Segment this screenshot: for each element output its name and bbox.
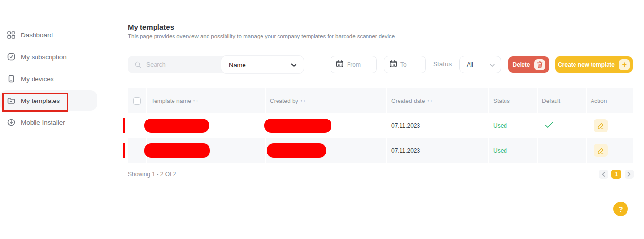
chevron-down-icon <box>291 60 297 69</box>
delete-button[interactable]: Delete <box>508 56 549 73</box>
created-date-value: 07.11.2023 <box>391 147 420 154</box>
redaction-sliver-row2 <box>123 143 125 158</box>
templates-table: Template name ↑↓ Created by ↑↓ Created d… <box>128 88 633 163</box>
redaction-block-template-name-row2 <box>144 143 210 158</box>
sidebar-item-mobile-installer[interactable]: Mobile Installer <box>0 112 110 133</box>
filter-bar: Name From To Status All <box>128 56 633 73</box>
sort-arrows-icon[interactable]: ↑↓ <box>427 98 433 103</box>
column-label: Created date <box>391 98 425 104</box>
date-from-placeholder: From <box>347 61 361 68</box>
prev-page-button[interactable] <box>599 170 608 179</box>
templates-folder-icon <box>7 97 15 105</box>
select-all-checkbox[interactable] <box>133 97 141 105</box>
showing-count-text: Showing 1 - 2 Of 2 <box>128 171 176 178</box>
date-to-placeholder: To <box>400 61 407 68</box>
date-from-input[interactable]: From <box>331 56 377 73</box>
next-page-button[interactable] <box>625 170 634 179</box>
device-phone-icon <box>7 75 15 83</box>
sidebar-nav: Dashboard My subscription My devices My … <box>0 23 110 134</box>
header-cell-checkbox <box>128 88 146 113</box>
create-new-template-button[interactable]: Create new template + <box>555 56 633 73</box>
sort-arrows-icon[interactable]: ↑↓ <box>193 98 199 103</box>
row-cell-checkbox <box>128 113 146 138</box>
column-label: Template name <box>151 98 191 104</box>
installer-download-icon <box>7 119 15 127</box>
chevron-left-icon <box>602 170 605 179</box>
page-number-button[interactable]: 1 <box>611 170 621 179</box>
sidebar-item-my-templates[interactable]: My templates <box>0 90 97 111</box>
subscription-check-icon <box>7 53 15 61</box>
row-cell-default <box>537 113 586 138</box>
help-button[interactable]: ? <box>613 202 628 216</box>
header-cell-created-by[interactable]: Created by ↑↓ <box>265 88 386 113</box>
redaction-block-created-by-row2 <box>267 143 326 158</box>
dashboard-grid-icon <box>7 31 15 39</box>
column-label: Default <box>542 98 560 104</box>
created-date-value: 07.11.2023 <box>391 122 420 129</box>
delete-button-label: Delete <box>512 61 530 68</box>
date-to-input[interactable]: To <box>384 56 426 73</box>
sidebar-item-my-subscription[interactable]: My subscription <box>0 47 110 67</box>
plus-icon: + <box>619 59 630 70</box>
table-header-row: Template name ↑↓ Created by ↑↓ Created d… <box>128 88 633 113</box>
default-check-icon <box>545 121 553 130</box>
chevron-down-icon <box>490 60 495 69</box>
sidebar-item-dashboard[interactable]: Dashboard <box>0 25 110 45</box>
search-field-select[interactable]: Name <box>221 56 304 73</box>
row-cell-action <box>586 113 633 138</box>
status-value: Used <box>493 147 507 154</box>
sidebar-item-label: Mobile Installer <box>21 119 65 126</box>
page-title: My templates <box>128 23 174 31</box>
redaction-block-created-by-row1 <box>264 119 331 133</box>
page-subtitle: This page provides overview and possibil… <box>128 34 395 39</box>
row-cell-status: Used <box>488 138 537 163</box>
header-cell-default: Default <box>537 88 586 113</box>
calendar-icon <box>336 60 343 69</box>
search-field-select-value: Name <box>229 61 246 68</box>
row-cell-created-date: 07.11.2023 <box>386 138 488 163</box>
pagination: 1 <box>599 170 634 179</box>
row-cell-status: Used <box>488 113 537 138</box>
sidebar-item-label: My templates <box>21 97 60 104</box>
status-select-value: All <box>467 61 473 68</box>
row-cell-created-date: 07.11.2023 <box>386 113 488 138</box>
status-select[interactable]: All <box>459 56 501 73</box>
create-button-label: Create new template <box>558 61 615 68</box>
column-label: Created by <box>270 98 298 104</box>
edit-pencil-icon[interactable] <box>594 144 608 157</box>
column-label: Status <box>493 98 510 104</box>
redaction-sliver-row1 <box>123 118 125 133</box>
status-value: Used <box>493 122 507 129</box>
header-cell-status: Status <box>488 88 537 113</box>
search-icon <box>134 61 142 68</box>
row-cell-default <box>537 138 586 163</box>
edit-pencil-icon[interactable] <box>594 119 608 132</box>
calendar-icon <box>390 60 397 69</box>
sidebar: Dashboard My subscription My devices My … <box>0 0 110 239</box>
templates-page: Dashboard My subscription My devices My … <box>0 0 644 239</box>
sidebar-item-label: My subscription <box>21 53 67 61</box>
search-input[interactable] <box>146 61 219 68</box>
header-cell-created-date[interactable]: Created date ↑↓ <box>386 88 488 113</box>
trash-icon <box>534 59 545 70</box>
chevron-right-icon <box>627 170 631 179</box>
sort-arrows-icon[interactable]: ↑↓ <box>300 98 306 103</box>
column-label: Action <box>591 98 607 104</box>
sidebar-item-label: My devices <box>21 75 54 83</box>
sidebar-item-my-devices[interactable]: My devices <box>0 68 110 89</box>
header-cell-action: Action <box>586 88 633 113</box>
status-label: Status <box>433 60 452 68</box>
row-cell-action <box>586 138 633 163</box>
header-cell-template-name[interactable]: Template name ↑↓ <box>146 88 265 113</box>
redaction-block-template-name-row1 <box>144 119 209 133</box>
row-cell-checkbox <box>128 138 146 163</box>
sidebar-item-label: Dashboard <box>21 32 53 39</box>
